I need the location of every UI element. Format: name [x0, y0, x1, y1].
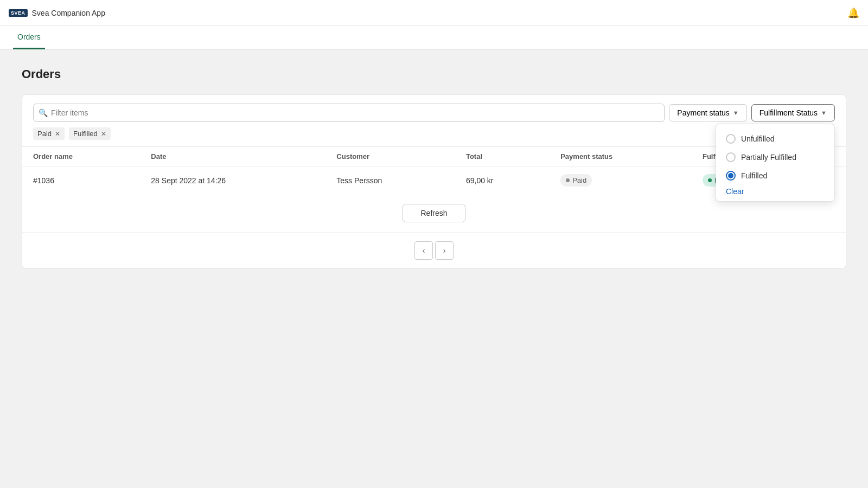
active-filter-tags: Paid ✕ Fulfilled ✕ — [33, 127, 835, 140]
logo-icon: SVEA — [9, 9, 28, 17]
top-bar: SVEA Svea Companion App 🔔 — [0, 0, 868, 26]
tab-orders[interactable]: Orders — [13, 26, 45, 49]
pagination-row: ‹ › — [22, 233, 846, 268]
cell-customer: Tess Persson — [326, 166, 455, 195]
cell-order-name: #1036 — [22, 166, 140, 195]
payment-status-badge: Paid — [560, 174, 592, 187]
chevron-down-icon: ▼ — [733, 110, 739, 116]
tab-navigation: Orders — [0, 26, 868, 50]
radio-partially-fulfilled — [726, 152, 736, 162]
cell-total: 69,00 kr — [455, 166, 550, 195]
dropdown-clear-row: Clear — [716, 185, 834, 197]
col-customer: Customer — [326, 147, 455, 166]
radio-unfulfilled — [726, 134, 736, 144]
next-page-button[interactable]: › — [435, 241, 454, 260]
fulfillment-status-label: Fulfillment Status — [760, 108, 818, 117]
payment-status-filter-button[interactable]: Payment status ▼ — [669, 104, 746, 121]
refresh-button[interactable]: Refresh — [403, 204, 465, 222]
col-payment-status: Payment status — [550, 147, 692, 166]
radio-fulfilled — [726, 171, 736, 181]
search-box: 🔍 — [33, 104, 665, 122]
payment-status-label: Payment status — [677, 108, 730, 117]
filter-tag-fulfilled: Fulfilled ✕ — [69, 127, 111, 140]
remove-fulfilled-filter-button[interactable]: ✕ — [101, 130, 106, 138]
dropdown-option-unfulfilled[interactable]: Unfulfilled — [716, 130, 834, 148]
app-name: Svea Companion App — [32, 9, 105, 17]
filter-tag-fulfilled-label: Fulfilled — [73, 130, 98, 138]
filter-row: 🔍 Payment status ▼ Fulfillment Status ▼ — [33, 104, 835, 122]
page-content: Orders 🔍 Payment status ▼ Fulfillment — [0, 50, 868, 286]
fulfillment-filter-wrapper: Fulfillment Status ▼ Unfulfilled — [751, 104, 835, 121]
chevron-right-icon: › — [443, 246, 446, 255]
partially-fulfilled-label: Partially Fulfilled — [741, 153, 796, 162]
radio-fulfilled-dot — [728, 173, 733, 178]
fulfilled-label: Fulfilled — [741, 171, 767, 180]
prev-page-button[interactable]: ‹ — [414, 241, 433, 260]
fulfillment-dropdown: Unfulfilled Partially Fulfilled — [716, 124, 835, 202]
fulfillment-status-filter-button[interactable]: Fulfillment Status ▼ — [751, 104, 835, 121]
chevron-down-icon: ▼ — [821, 110, 827, 116]
filter-tag-paid: Paid ✕ — [33, 127, 65, 140]
app-logo: SVEA Svea Companion App — [9, 9, 105, 17]
page-title: Orders — [22, 67, 846, 81]
unfulfilled-label: Unfulfilled — [741, 134, 774, 143]
orders-card: 🔍 Payment status ▼ Fulfillment Status ▼ — [22, 94, 846, 269]
badge-fulfilled-dot — [708, 178, 712, 182]
chevron-left-icon: ‹ — [423, 246, 425, 255]
dropdown-option-fulfilled[interactable]: Fulfilled — [716, 166, 834, 185]
payment-status-text: Paid — [572, 176, 586, 184]
filter-tag-paid-label: Paid — [37, 130, 52, 138]
col-total: Total — [455, 147, 550, 166]
col-order-name: Order name — [22, 147, 140, 166]
remove-paid-filter-button[interactable]: ✕ — [55, 130, 60, 138]
dropdown-option-partially-fulfilled[interactable]: Partially Fulfilled — [716, 148, 834, 166]
clear-filter-link[interactable]: Clear — [726, 187, 744, 196]
cell-payment-status: Paid — [550, 166, 692, 195]
search-input[interactable] — [33, 104, 665, 122]
notification-icon[interactable]: 🔔 — [847, 7, 859, 19]
cell-date: 28 Sept 2022 at 14:26 — [140, 166, 326, 195]
filter-bar: 🔍 Payment status ▼ Fulfillment Status ▼ — [22, 95, 846, 147]
search-icon: 🔍 — [39, 108, 48, 117]
col-date: Date — [140, 147, 326, 166]
badge-paid-dot — [566, 178, 570, 182]
